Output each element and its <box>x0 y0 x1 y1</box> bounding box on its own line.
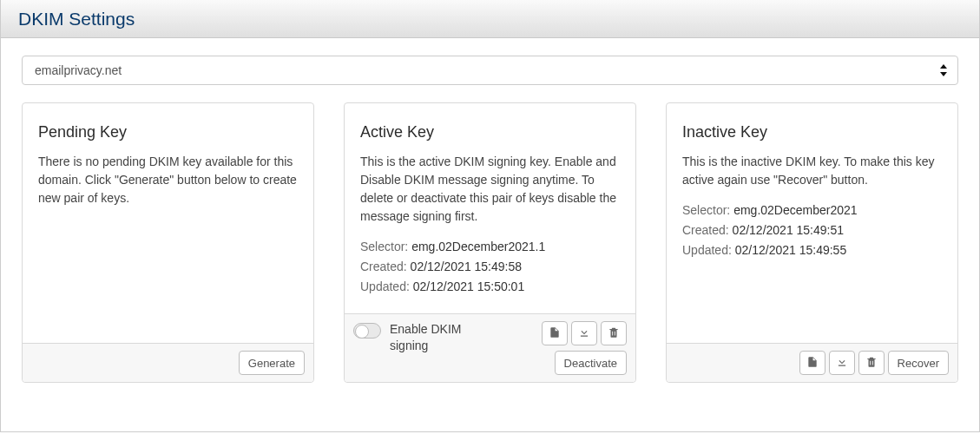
active-created-row: Created: 02/12/2021 15:49:58 <box>360 258 620 276</box>
enable-signing-label: Enable DKIM signing <box>390 321 475 354</box>
active-created-value: 02/12/2021 15:49:58 <box>411 260 522 273</box>
active-card-body: Active Key This is the active DKIM signi… <box>345 103 635 313</box>
active-card-footer: Enable DKIM signing <box>345 313 635 382</box>
pending-card-footer: Generate <box>23 343 313 382</box>
inactive-card-title: Inactive Key <box>682 121 942 144</box>
enable-signing-toggle-wrap: Enable DKIM signing <box>353 321 475 354</box>
generate-button[interactable]: Generate <box>239 351 305 375</box>
sort-icon <box>940 64 949 76</box>
inactive-selector-label: Selector: <box>682 203 730 217</box>
content-area: emailprivacy.net Pending Key There is no… <box>1 38 979 400</box>
active-view-button[interactable] <box>542 321 568 345</box>
pending-card-desc: There is no pending DKIM key available f… <box>38 153 298 207</box>
inactive-delete-button[interactable] <box>858 351 885 375</box>
download-icon <box>836 356 848 371</box>
domain-select[interactable]: emailprivacy.net <box>22 56 958 85</box>
active-updated-label: Updated: <box>360 279 410 293</box>
active-delete-button[interactable] <box>601 321 627 345</box>
inactive-updated-label: Updated: <box>682 243 732 257</box>
active-selector-value: emg.02December2021.1 <box>411 240 545 253</box>
active-download-button[interactable] <box>571 321 597 345</box>
recover-button[interactable]: Recover <box>888 351 949 375</box>
trash-icon <box>865 356 878 371</box>
active-updated-row: Updated: 02/12/2021 15:50:01 <box>360 278 620 296</box>
header-bar: DKIM Settings <box>1 0 979 38</box>
inactive-created-label: Created: <box>682 223 729 237</box>
trash-icon <box>608 326 620 341</box>
enable-signing-toggle[interactable] <box>353 323 381 339</box>
file-icon <box>806 356 819 371</box>
deactivate-button[interactable]: Deactivate <box>555 351 627 375</box>
page-title: DKIM Settings <box>18 9 135 30</box>
download-icon <box>578 326 590 341</box>
inactive-card-footer: Recover <box>667 343 957 382</box>
domain-select-value: emailprivacy.net <box>35 63 122 77</box>
pending-footer-right: Generate <box>239 351 305 375</box>
inactive-updated-row: Updated: 02/12/2021 15:49:55 <box>682 241 942 260</box>
page-container: DKIM Settings emailprivacy.net Pending K… <box>0 0 980 432</box>
active-selector-label: Selector: <box>360 240 408 253</box>
inactive-card-desc: This is the inactive DKIM key. To make t… <box>682 153 942 189</box>
pending-key-card: Pending Key There is no pending DKIM key… <box>22 102 314 383</box>
inactive-key-card: Inactive Key This is the inactive DKIM k… <box>666 102 958 383</box>
inactive-selector-value: emg.02December2021 <box>733 203 857 217</box>
active-card-title: Active Key <box>360 121 620 144</box>
active-selector-row: Selector: emg.02December2021.1 <box>360 238 620 256</box>
active-card-desc: This is the active DKIM signing key. Ena… <box>360 153 620 226</box>
inactive-updated-value: 02/12/2021 15:49:55 <box>735 243 846 257</box>
inactive-footer-right: Recover <box>799 351 949 375</box>
inactive-created-row: Created: 02/12/2021 15:49:51 <box>682 221 942 240</box>
file-icon <box>549 326 561 341</box>
inactive-created-value: 02/12/2021 15:49:51 <box>733 223 844 237</box>
inactive-selector-row: Selector: emg.02December2021 <box>682 201 942 220</box>
inactive-card-body: Inactive Key This is the inactive DKIM k… <box>667 103 957 343</box>
active-footer-right: Deactivate <box>542 321 627 375</box>
active-key-card: Active Key This is the active DKIM signi… <box>344 102 636 383</box>
pending-card-title: Pending Key <box>38 121 298 144</box>
active-updated-value: 02/12/2021 15:50:01 <box>413 279 524 293</box>
pending-card-body: Pending Key There is no pending DKIM key… <box>23 103 313 343</box>
cards-row: Pending Key There is no pending DKIM key… <box>22 102 958 383</box>
active-created-label: Created: <box>360 260 407 273</box>
active-icon-row <box>542 321 627 345</box>
inactive-download-button[interactable] <box>829 351 855 375</box>
inactive-view-button[interactable] <box>799 351 825 375</box>
